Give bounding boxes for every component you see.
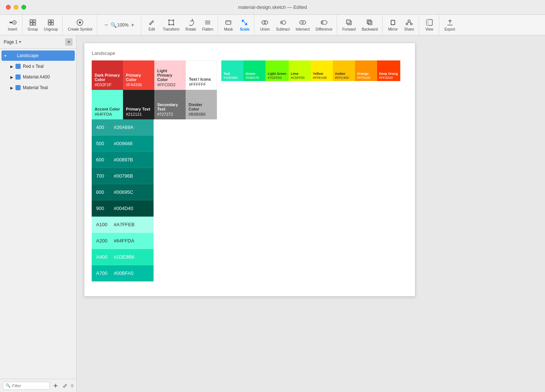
scale-button[interactable]: Scale (237, 17, 252, 33)
edit-button[interactable]: Edit (144, 17, 159, 33)
close-button[interactable] (6, 5, 11, 10)
toolbar-group-group: Group Ungroup (23, 15, 63, 35)
layer-type-icon (15, 74, 21, 80)
main-layout: Page 1 ▾ + ▾ Landscape ▶ Red x Teal ▶ Ma… (0, 35, 545, 392)
layer-material-teal[interactable]: ▶ Material Teal (1, 83, 75, 93)
zoom-plus-button[interactable]: + (129, 22, 136, 28)
swatch-name: Dark Primary Color (95, 73, 120, 82)
swatch-accent: Accent Color #64FFDA (92, 90, 123, 119)
bottom-pad (92, 281, 408, 289)
toolbar-group-zoom: − 🔍 100% + (98, 15, 142, 35)
union-button[interactable]: Union (257, 17, 272, 33)
swatch-hex: #FFFFFF (189, 82, 214, 87)
ungroup-button[interactable]: Ungroup (42, 17, 60, 33)
zoom-control: − 🔍 100% + (100, 22, 139, 28)
share-icon (405, 18, 413, 27)
rotate-button[interactable]: Rotate (183, 17, 198, 33)
svg-rect-3 (30, 20, 32, 22)
maximize-button[interactable] (21, 5, 26, 10)
canvas-area[interactable]: Landscape Dark Primary Color #D32F2F Pri… (77, 35, 545, 392)
backward-button[interactable]: Backward (359, 17, 380, 33)
search-icon: 🔍 (6, 383, 11, 388)
create-symbol-button[interactable]: Create Symbol (66, 17, 94, 33)
forward-button[interactable]: Forward (340, 17, 358, 33)
group-icon (29, 18, 37, 27)
layer-red-x-teal[interactable]: ▶ Red x Teal (1, 61, 75, 71)
add-page-button[interactable]: + (65, 38, 73, 46)
export-button[interactable]: Export (442, 17, 457, 33)
intersect-icon (299, 18, 307, 27)
swatch-hex: #727272 (157, 112, 183, 116)
flatten-button[interactable]: Flatten (200, 17, 216, 33)
small-swatch-light-green: Light Green #7GFF03 (266, 60, 289, 81)
difference-button[interactable]: Difference (313, 17, 334, 33)
svg-point-15 (168, 20, 170, 21)
page-chevron-icon: ▾ (19, 40, 21, 44)
teal-row-800: 800 #00695C (92, 184, 154, 200)
view-button[interactable]: View (422, 17, 437, 33)
swatch-hex: #B6B6B6 (189, 112, 214, 116)
swatch-primary-text: Primary Text #212121 (123, 90, 154, 119)
filter-box[interactable]: 🔍 (3, 382, 50, 390)
svg-point-39 (406, 23, 408, 25)
svg-rect-44 (426, 20, 429, 25)
page-selector[interactable]: Page 1 ▾ + (0, 35, 76, 49)
toolbar-group-view: View (420, 15, 439, 35)
union-label: Union (260, 27, 270, 31)
ungroup-icon (47, 18, 55, 27)
swatch-text-icons: Text / Icons #FFFFFF (186, 60, 217, 90)
flatten-icon (204, 18, 212, 27)
layer-name: Material Teal (23, 85, 48, 90)
mirror-button[interactable]: Mirror (386, 17, 400, 33)
svg-point-18 (173, 24, 174, 25)
top-swatch-row: Dark Primary Color #D32F2F Primary Color… (92, 60, 408, 90)
intersect-button[interactable]: Intersect (293, 17, 312, 33)
svg-rect-34 (367, 20, 371, 24)
insert-button[interactable]: + Insert (5, 17, 20, 33)
title-bar: material-design.sketch — Edited (0, 0, 545, 15)
sidebar: Page 1 ▾ + ▾ Landscape ▶ Red x Teal ▶ Ma… (0, 35, 77, 392)
subtract-icon (279, 18, 287, 27)
union-icon (261, 18, 269, 27)
sidebar-footer: 🔍 0 (0, 379, 76, 392)
svg-rect-6 (33, 23, 35, 25)
edit-layer-button[interactable] (61, 382, 69, 389)
share-button[interactable]: Share (402, 17, 416, 33)
layer-count: 0 (71, 384, 73, 388)
window-controls (6, 5, 26, 10)
expand-arrow-icon: ▶ (10, 75, 14, 79)
small-swatch-amber: Amber #FFC400 (333, 60, 355, 81)
subtract-button[interactable]: Subtract (274, 17, 292, 33)
mask-button[interactable]: Mask (221, 17, 236, 33)
small-swatch-deep-orange: Deep Orang #FF3D00 (377, 60, 400, 81)
add-layer-button[interactable] (52, 382, 59, 389)
zoom-minus-button[interactable]: − (103, 22, 110, 28)
small-swatch-lime: Lime #C5FF00 (289, 60, 311, 81)
swatch-divider: Divider Color #B6B6B6 (186, 90, 217, 119)
swatch-name: Accent Color (95, 107, 120, 111)
teal-row-500: 500 #009688 (92, 136, 154, 152)
group-button[interactable]: Group (25, 17, 40, 33)
small-swatch-teal: Teal #1DE9B6 (221, 60, 243, 81)
svg-point-38 (408, 20, 410, 22)
layer-material-a400[interactable]: ▶ Material A400 (1, 72, 75, 82)
toolbar-group-boolean: Union Subtract Intersect Difference (255, 15, 337, 35)
transform-button[interactable]: Transform (161, 17, 182, 33)
mask-label: Mask (224, 27, 233, 31)
layer-type-icon (15, 85, 21, 90)
layer-name: Landscape (17, 53, 39, 58)
insert-label: Insert (8, 27, 17, 31)
svg-rect-5 (30, 23, 32, 25)
minimize-button[interactable] (14, 5, 18, 10)
layer-landscape[interactable]: ▾ Landscape (1, 50, 75, 61)
svg-point-16 (173, 20, 174, 21)
expand-arrow-icon: ▶ (10, 64, 14, 69)
export-label: Export (444, 27, 455, 31)
filter-input[interactable] (12, 384, 47, 388)
toolbar-group-symbol: Create Symbol (63, 15, 97, 35)
svg-rect-4 (33, 20, 35, 22)
share-label: Share (404, 27, 414, 31)
small-swatch-orange: Orange #FF9100 (355, 60, 377, 81)
svg-rect-0 (10, 22, 12, 23)
svg-line-23 (242, 20, 247, 25)
